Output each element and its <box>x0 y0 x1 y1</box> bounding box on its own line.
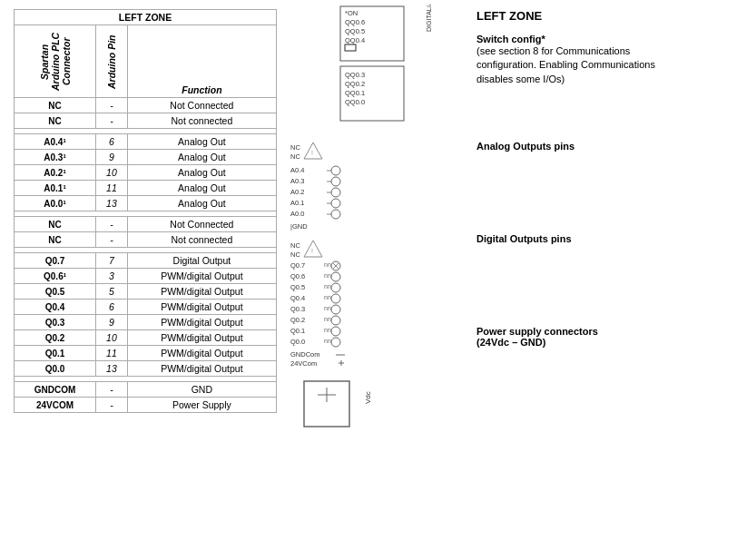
table-row: Q0.013PWM/digital Output <box>15 361 277 377</box>
function-cell: GND <box>127 382 276 398</box>
svg-text:A0.0: A0.0 <box>290 210 304 218</box>
svg-text:QQ0.2: QQ0.2 <box>345 80 365 88</box>
table-row: Q0.46PWM/digital Output <box>15 300 277 315</box>
connector-cell: A0.2¹ <box>15 165 96 181</box>
svg-text:NC: NC <box>290 152 300 161</box>
connector-cell: A0.1¹ <box>15 181 96 196</box>
table-row: A0.1¹11Analog Out <box>15 181 277 196</box>
table-row: GNDCOM-GND <box>15 382 277 398</box>
svg-text:DIGITAL/ANALOG OUT SWITCH: DIGITAL/ANALOG OUT SWITCH <box>426 5 432 32</box>
table-row: Q0.111PWM/digital Output <box>15 346 277 361</box>
function-cell: Not Connected <box>127 217 276 232</box>
analog-outputs-annotation: Analog Outputs pins <box>476 141 742 152</box>
right-section: LEFT ZONE Switch config* (see section 8 … <box>463 0 756 560</box>
svg-point-49 <box>331 272 340 281</box>
connector-cell: Q0.2 <box>15 330 96 346</box>
svg-text:QQ0.6: QQ0.6 <box>345 18 365 26</box>
pin-cell: 10 <box>96 330 128 346</box>
function-cell: Analog Out <box>127 134 276 150</box>
pin-cell: 10 <box>96 165 128 181</box>
switch-config: Switch config* (see section 8 for Commun… <box>476 34 742 86</box>
pin-cell: 6 <box>96 134 128 150</box>
pin-cell: 9 <box>96 150 128 165</box>
connector-cell: GNDCOM <box>15 382 96 398</box>
table-row: A0.0¹13Analog Out <box>15 196 277 211</box>
table-row: Q0.77Digital Output <box>15 253 277 269</box>
svg-marker-15 <box>304 142 322 159</box>
svg-point-51 <box>331 283 340 292</box>
pin-cell: - <box>96 382 128 398</box>
function-cell: PWM/digital Output <box>127 315 276 330</box>
table-row: Q0.6¹3PWM/digital Output <box>15 269 277 284</box>
svg-text:Q0.7: Q0.7 <box>290 261 305 270</box>
function-cell: Analog Out <box>127 196 276 211</box>
connector-cell: A0.3¹ <box>15 150 96 165</box>
svg-text:!: ! <box>311 150 313 156</box>
connector-cell: 24VCOM <box>15 398 96 413</box>
svg-rect-6 <box>345 44 356 51</box>
table-row: A0.4¹6Analog Out <box>15 134 277 150</box>
table-row: Q0.39PWM/digital Output <box>15 315 277 330</box>
svg-text:NC: NC <box>290 143 300 152</box>
connector-cell: Q0.6¹ <box>15 269 96 284</box>
svg-text:nn: nn <box>324 305 331 311</box>
svg-text:nn: nn <box>324 327 331 333</box>
svg-text:QQ0.3: QQ0.3 <box>345 71 365 79</box>
function-cell: Analog Out <box>127 181 276 196</box>
connector-cell: Q0.3 <box>15 315 96 330</box>
pin-cell: 9 <box>96 315 128 330</box>
pin-cell: 11 <box>96 181 128 196</box>
zone-label-right: LEFT ZONE <box>476 9 742 23</box>
svg-text:24VCom: 24VCom <box>290 359 317 368</box>
svg-text:nn: nn <box>324 338 331 344</box>
pin-cell: 3 <box>96 269 128 284</box>
svg-text:A0.4: A0.4 <box>290 166 304 174</box>
connector-cell: NC <box>15 98 96 113</box>
pin-cell: - <box>96 398 128 413</box>
connector-cell: A0.4¹ <box>15 134 96 150</box>
svg-point-22 <box>331 166 340 175</box>
svg-point-57 <box>331 316 340 325</box>
table-row: A0.3¹9Analog Out <box>15 150 277 165</box>
switch-config-desc: (see section 8 for Communicationsconfigu… <box>476 44 742 86</box>
function-cell: PWM/digital Output <box>127 346 276 361</box>
function-cell: PWM/digital Output <box>127 300 276 315</box>
svg-point-26 <box>331 188 340 197</box>
table-row: NC-Not connected <box>15 113 277 129</box>
svg-text:NC: NC <box>290 251 300 259</box>
pin-cell: 13 <box>96 361 128 377</box>
function-cell: Digital Output <box>127 253 276 269</box>
table-row: Q0.210PWM/digital Output <box>15 330 277 346</box>
main-table: LEFT ZONE Spartan Arduino PLC Connector … <box>14 9 277 413</box>
table-row: NC-Not Connected <box>15 98 277 113</box>
function-cell: Not connected <box>127 113 276 129</box>
function-cell: Analog Out <box>127 165 276 181</box>
connector-cell: NC <box>15 113 96 129</box>
svg-text:Q0.6: Q0.6 <box>290 272 305 280</box>
pin-cell: 5 <box>96 284 128 300</box>
function-cell: Not Connected <box>127 98 276 113</box>
digital-outputs-title: Digital Outputs pins <box>476 233 742 244</box>
switch-config-title: Switch config* <box>476 34 742 44</box>
left-table-section: LEFT ZONE Spartan Arduino PLC Connector … <box>0 0 281 560</box>
svg-point-53 <box>331 294 340 303</box>
connector-cell: A0.0¹ <box>15 196 96 211</box>
svg-text:nn: nn <box>324 294 331 300</box>
svg-text:A0.3: A0.3 <box>290 177 304 185</box>
function-cell: PWM/digital Output <box>127 269 276 284</box>
table-row: NC-Not connected <box>15 232 277 248</box>
svg-text:A0.1: A0.1 <box>290 199 304 207</box>
svg-rect-7 <box>345 44 356 51</box>
svg-text:nn: nn <box>324 283 331 290</box>
connector-cell: Q0.4 <box>15 300 96 315</box>
connector-cell: Q0.5 <box>15 284 96 300</box>
svg-text:*ON: *ON <box>345 9 358 17</box>
pin-cell: - <box>96 232 128 248</box>
svg-text:nn: nn <box>324 272 331 279</box>
diagram-svg: *ON QQ0.6 QQ0.5 QQ0.4 DIGITAL/ANALOG OUT… <box>286 5 458 531</box>
svg-text:NC: NC <box>290 241 300 250</box>
svg-point-30 <box>331 210 340 219</box>
svg-point-61 <box>331 338 340 347</box>
pin-cell: - <box>96 113 128 129</box>
svg-text:Q0.2: Q0.2 <box>290 316 305 324</box>
